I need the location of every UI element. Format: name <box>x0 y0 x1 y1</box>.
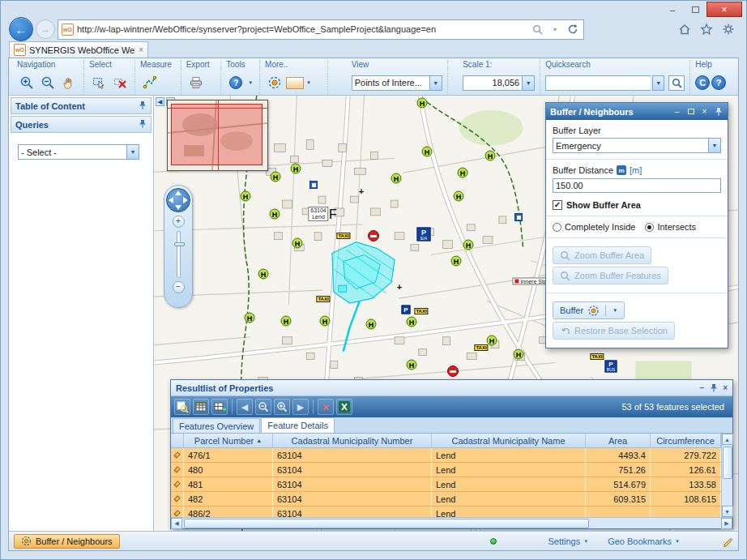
map-marker-hospital[interactable]: H <box>454 191 464 202</box>
map-marker-hospital[interactable]: H <box>271 172 281 182</box>
forward-button[interactable]: → <box>36 19 55 39</box>
address-input[interactable]: http://w-lap-wintner/WebOffice/synserver… <box>77 24 527 34</box>
map-marker-hospital[interactable]: H <box>463 240 474 250</box>
map-marker-f_sign[interactable]: F <box>329 207 337 222</box>
pan-east-icon[interactable] <box>183 197 188 203</box>
map-marker-no_entry[interactable] <box>368 230 379 242</box>
quicksearch-input[interactable] <box>545 75 651 91</box>
map-marker-hospital[interactable]: H <box>292 238 303 249</box>
scale-select[interactable]: 18,056 ▼ <box>463 75 535 91</box>
next-page-icon[interactable]: ▶ <box>292 399 309 415</box>
map-marker-no_entry[interactable] <box>447 365 459 377</box>
clear-results-icon[interactable]: × <box>318 399 334 415</box>
map-marker-parking_bus[interactable]: PBUS <box>605 361 617 373</box>
map-marker-hospital[interactable]: H <box>422 147 433 157</box>
zoom-buffer-features-button[interactable]: Zoom Buffer Features <box>553 267 668 284</box>
query-dropdown-icon[interactable]: ▼ <box>126 145 139 159</box>
map-marker-info[interactable] <box>309 181 318 189</box>
buffer-tool-icon[interactable] <box>265 73 284 92</box>
previous-page-icon[interactable]: ◀ <box>237 399 253 415</box>
edit-pencil-icon[interactable] <box>722 536 733 547</box>
table-row[interactable]: 486/263104Lend <box>171 507 721 517</box>
header-cadastral-municipality-name[interactable]: Cadastral Municipality Name <box>432 434 586 447</box>
zoom-in-button[interactable]: + <box>173 216 185 228</box>
buffer-distance-input[interactable] <box>553 178 721 193</box>
horizontal-scrollbar[interactable]: ◀ ▶ <box>171 517 732 528</box>
map-marker-label63104[interactable]: 63104Lend <box>308 207 328 221</box>
view-select[interactable]: Points of Intere... ▼ <box>352 75 442 91</box>
pan-north-icon[interactable] <box>175 190 181 195</box>
query-select[interactable]: - Select - ▼ <box>18 144 139 160</box>
vertical-scrollbar[interactable]: ▲ ▼ <box>721 434 732 517</box>
intersects-radio[interactable] <box>645 223 654 232</box>
pan-tool-icon[interactable] <box>59 73 79 92</box>
more-dropdown-icon[interactable]: ▼ <box>306 80 311 85</box>
map-marker-hospital[interactable]: H <box>320 316 331 327</box>
pan-compass[interactable] <box>166 188 190 212</box>
resultlist-minimize-icon[interactable]: – <box>700 383 705 392</box>
buffer-dropdown-icon[interactable]: ▼ <box>613 308 617 313</box>
tools-dropdown-icon[interactable]: ▼ <box>248 80 253 85</box>
table-row[interactable]: 48063104Lend751.26126.61 <box>171 463 721 477</box>
home-icon[interactable] <box>675 19 694 39</box>
scale-dropdown-icon[interactable]: ▼ <box>522 76 534 90</box>
scroll-right-icon[interactable]: ▶ <box>721 518 732 529</box>
scroll-down-icon[interactable]: ▼ <box>722 506 733 517</box>
excel-export-icon[interactable] <box>336 399 352 415</box>
search-icon[interactable] <box>530 22 544 36</box>
map-marker-cross[interactable]: + <box>359 186 364 196</box>
quicksearch-button[interactable] <box>668 75 685 91</box>
buffer-color-swatch[interactable] <box>286 77 304 89</box>
contact-help-icon[interactable]: C <box>695 75 710 90</box>
map-marker-hospital[interactable]: H <box>417 98 428 109</box>
zoom-out-tool-icon[interactable] <box>38 73 58 92</box>
header-cadastral-municipality-number[interactable]: Cadastral Municipality Number <box>273 434 432 447</box>
zoom-in-tool-icon[interactable] <box>17 73 36 92</box>
zoom-out-button[interactable]: − <box>173 281 185 293</box>
map-marker-info[interactable] <box>514 213 523 221</box>
settings-menu[interactable]: Settings ▼ <box>548 536 588 546</box>
window-minimize-button[interactable]: – <box>661 2 684 17</box>
identify-results-icon[interactable] <box>174 399 190 415</box>
favorites-star-icon[interactable] <box>697 19 716 39</box>
map-marker-hospital[interactable]: H <box>241 191 251 202</box>
help-question-icon[interactable]: ? <box>711 75 726 90</box>
table-of-content-header[interactable]: Table of Content <box>11 97 152 114</box>
scroll-up-icon[interactable]: ▲ <box>722 434 733 445</box>
map-marker-hospital[interactable]: H <box>258 269 269 280</box>
geo-bookmarks-menu[interactable]: Geo Bookmarks ▼ <box>608 536 680 546</box>
print-tool-icon[interactable] <box>186 73 206 92</box>
map-marker-taxi[interactable]: TAXI <box>316 296 330 302</box>
panel-maximize-icon[interactable] <box>685 109 696 114</box>
measure-tool-icon[interactable] <box>140 73 160 92</box>
horizontal-scroll-thumb[interactable] <box>184 519 589 528</box>
buffer-task-button[interactable]: Buffer / Neighbours <box>14 534 120 549</box>
show-buffer-area-checkbox[interactable]: ✓ <box>553 200 562 210</box>
buffer-layer-select[interactable]: Emergency ▼ <box>553 138 721 153</box>
refresh-icon[interactable] <box>566 22 580 36</box>
tools-help-icon[interactable]: ? <box>226 73 245 92</box>
map-marker-hospital[interactable]: H <box>407 317 417 327</box>
clear-selection-tool-icon[interactable] <box>110 73 130 92</box>
intersects-option[interactable]: Intersects <box>645 222 696 232</box>
tab-close-icon[interactable]: × <box>139 45 143 54</box>
map-marker-taxi[interactable]: TAXI <box>414 308 428 314</box>
add-to-table-icon[interactable] <box>211 399 228 415</box>
queries-header[interactable]: Queries <box>11 116 152 133</box>
overview-extent-box[interactable] <box>171 104 263 165</box>
map-marker-taxi[interactable]: TAXI <box>590 353 604 360</box>
view-dropdown-icon[interactable]: ▼ <box>429 76 442 90</box>
settings-gear-icon[interactable] <box>719 19 738 39</box>
map-marker-parking_big[interactable]: PE/A <box>417 228 431 242</box>
completely-inside-radio[interactable] <box>553 223 561 232</box>
map-marker-hospital[interactable]: H <box>451 256 462 267</box>
address-bar[interactable]: wO http://w-lap-wintner/WebOffice/synser… <box>58 19 584 40</box>
map-marker-hospital[interactable]: H <box>407 360 417 370</box>
browser-tab[interactable]: wO SYNERGIS WebOffice Web... × <box>9 41 148 58</box>
autocomplete-chevron-icon[interactable]: ▼ <box>548 22 562 36</box>
table-row[interactable]: 48163104Lend514.679133.58 <box>171 477 721 492</box>
map-marker-hospital[interactable]: H <box>458 168 468 178</box>
map-marker-hospital[interactable]: H <box>366 319 377 330</box>
resultlist-close-icon[interactable]: × <box>723 383 728 392</box>
select-tool-icon[interactable] <box>89 73 109 92</box>
